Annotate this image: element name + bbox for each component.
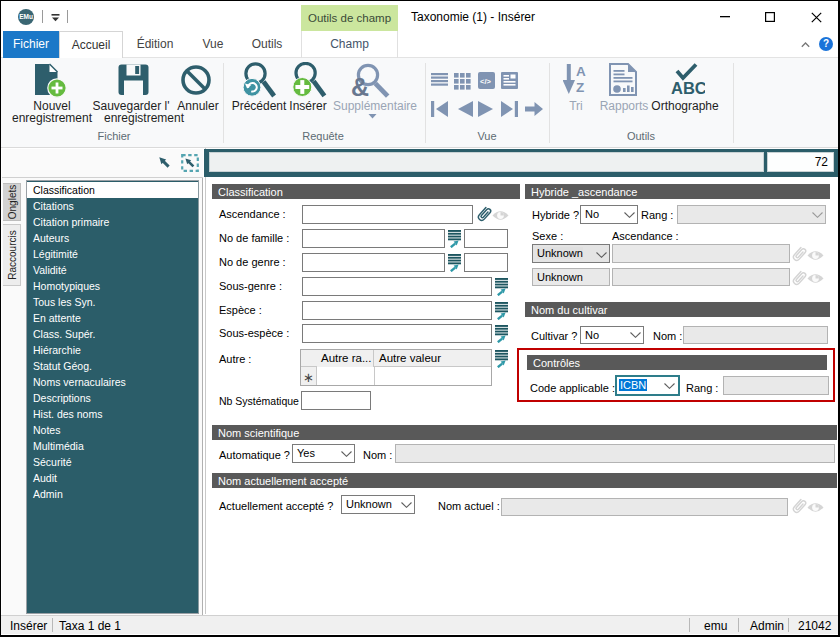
svg-text:&: & bbox=[351, 73, 369, 99]
svg-text:</>: </> bbox=[480, 77, 491, 86]
svg-text:Z: Z bbox=[576, 80, 584, 95]
svg-text:ABC: ABC bbox=[671, 79, 705, 96]
svg-text:A: A bbox=[576, 64, 586, 79]
